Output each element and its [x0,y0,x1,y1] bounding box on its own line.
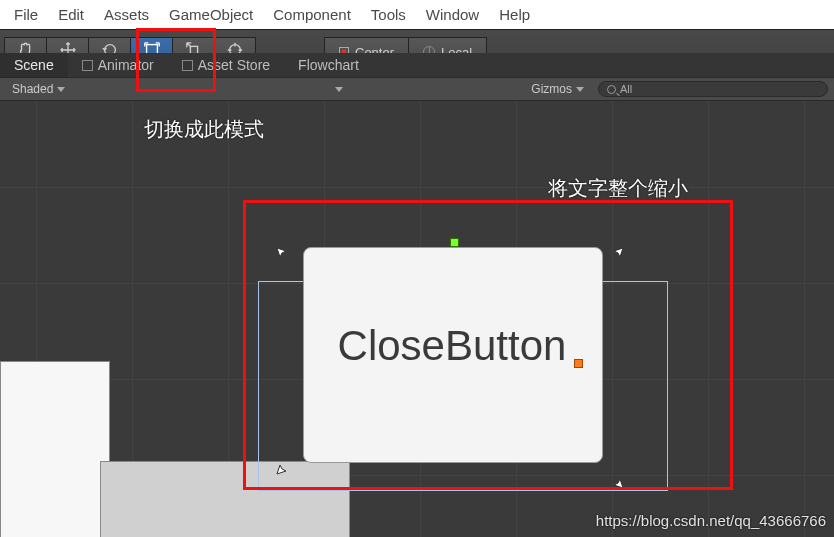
menu-window[interactable]: Window [416,6,489,23]
menu-assets[interactable]: Assets [94,6,159,23]
editor-tab-row: Scene Animator Asset Store Flowchart [0,53,834,77]
rect-handle-top[interactable] [450,238,459,247]
menu-component[interactable]: Component [263,6,361,23]
tab-animator-label: Animator [98,57,154,73]
render-mode-label: Shaded [12,82,53,96]
canvas-rect [0,361,110,537]
tab-animator[interactable]: Animator [68,53,168,77]
render-mode-dropdown[interactable]: Shaded [4,82,73,96]
gizmos-label: Gizmos [531,82,572,96]
menu-gameobject[interactable]: GameObject [159,6,263,23]
scene-display-dropdown[interactable] [309,84,351,94]
asset-store-icon [182,60,193,71]
menu-edit[interactable]: Edit [48,6,94,23]
corner-handle-bl[interactable] [276,459,292,475]
menu-help[interactable]: Help [489,6,540,23]
gizmos-dropdown[interactable]: Gizmos [523,82,592,96]
rect-pivot-handle[interactable] [574,359,583,368]
animator-icon [82,60,93,71]
chevron-down-icon [335,87,343,92]
scene-search-input[interactable]: All [598,81,828,97]
scene-viewport[interactable]: CloseButton 切换成此模式 将文字整个缩小 https://blog.… [0,101,834,537]
menu-tools[interactable]: Tools [361,6,416,23]
search-icon [607,85,616,94]
menu-file[interactable]: File [4,6,48,23]
annotation-shrink-text: 将文字整个缩小 [548,175,688,202]
corner-handle-tr[interactable] [608,247,624,263]
close-button-text: CloseButton [317,321,587,371]
chevron-down-icon [576,87,584,92]
toolbar: Center Local Scene Animator Asset Store … [0,29,834,77]
annotation-mode-switch: 切换成此模式 [144,116,264,143]
tab-flowchart[interactable]: Flowchart [284,53,373,77]
search-placeholder: All [620,83,632,95]
tab-asset-store-label: Asset Store [198,57,270,73]
corner-handle-tl[interactable] [276,247,292,263]
tab-scene[interactable]: Scene [0,53,68,77]
scene-toolbar: Shaded Gizmos All [0,77,834,101]
chevron-down-icon [57,87,65,92]
corner-handle-br[interactable] [608,473,624,489]
watermark: https://blog.csdn.net/qq_43666766 [596,512,826,529]
tab-asset-store[interactable]: Asset Store [168,53,284,77]
menubar: File Edit Assets GameObject Component To… [0,0,834,29]
display-icon [317,84,331,94]
